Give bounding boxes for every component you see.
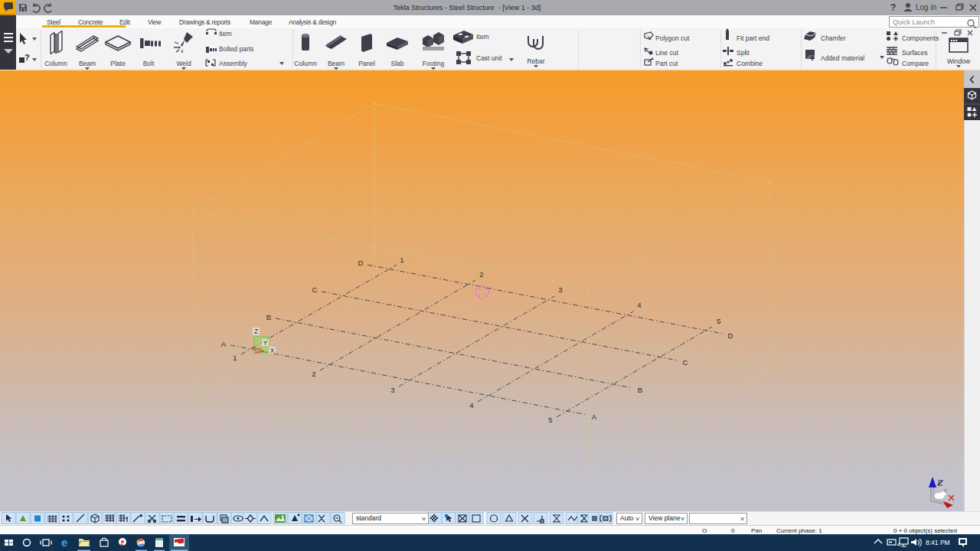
svg-text:Item: Item <box>219 30 232 37</box>
svg-text:Chamfer: Chamfer <box>821 34 846 42</box>
svg-text:1: 1 <box>233 354 237 362</box>
svg-text:2: 2 <box>312 370 315 378</box>
svg-text:C: C <box>683 358 688 367</box>
svg-text:Polygon cut: Polygon cut <box>655 34 690 42</box>
svg-text:Rebar: Rebar <box>527 57 544 65</box>
svg-text:A: A <box>221 340 227 348</box>
svg-text:e: e <box>61 536 67 549</box>
svg-text:Combine: Combine <box>737 60 763 67</box>
svg-text:Components: Components <box>902 34 939 42</box>
svg-text:Added material: Added material <box>821 54 864 62</box>
svg-text:Weld: Weld <box>176 60 191 67</box>
svg-text:B: B <box>638 386 642 394</box>
svg-text:Z: Z <box>254 328 258 335</box>
svg-text:2: 2 <box>479 270 483 279</box>
svg-text:Item: Item <box>476 33 489 41</box>
svg-text:Slab: Slab <box>390 60 403 67</box>
svg-text:Surfaces: Surfaces <box>902 49 928 57</box>
svg-text:?: ? <box>24 53 30 62</box>
svg-text:C: C <box>312 285 318 294</box>
svg-text:Beam: Beam <box>328 60 345 67</box>
svg-text:?: ? <box>890 2 896 13</box>
svg-text:Assembly: Assembly <box>219 60 248 67</box>
svg-text:Part cut: Part cut <box>655 60 678 67</box>
svg-text:4: 4 <box>637 301 641 309</box>
svg-text:5: 5 <box>548 416 552 424</box>
svg-text:Window: Window <box>947 57 971 65</box>
svg-text:Compare: Compare <box>902 60 929 67</box>
svg-text:Plate: Plate <box>110 60 126 67</box>
svg-text:8:41 PM: 8:41 PM <box>926 539 950 546</box>
svg-text:Panel: Panel <box>358 60 375 67</box>
svg-text:Column: Column <box>44 60 67 67</box>
svg-text:A: A <box>592 412 597 421</box>
svg-text:Bolt: Bolt <box>143 60 155 67</box>
svg-text:Cast unit: Cast unit <box>476 54 502 62</box>
svg-text:Y: Y <box>263 339 268 347</box>
svg-text:Split: Split <box>737 49 750 57</box>
svg-text:5: 5 <box>717 317 720 325</box>
svg-text:D: D <box>358 259 364 267</box>
svg-text:D: D <box>728 331 733 340</box>
svg-text:Column: Column <box>294 60 317 67</box>
svg-text:3: 3 <box>390 386 394 394</box>
svg-text:Line cut: Line cut <box>655 49 678 57</box>
svg-text:X: X <box>270 347 275 354</box>
svg-text:Fit part end: Fit part end <box>737 34 769 42</box>
svg-text:3: 3 <box>558 285 562 294</box>
svg-text:4: 4 <box>469 401 473 409</box>
svg-text:Beam: Beam <box>79 60 96 67</box>
svg-text:B: B <box>266 313 271 321</box>
svg-text:Log in: Log in <box>916 3 936 11</box>
svg-text:Footing: Footing <box>423 60 445 67</box>
svg-text:Bolted parts: Bolted parts <box>219 45 253 53</box>
svg-text:1: 1 <box>400 256 403 264</box>
